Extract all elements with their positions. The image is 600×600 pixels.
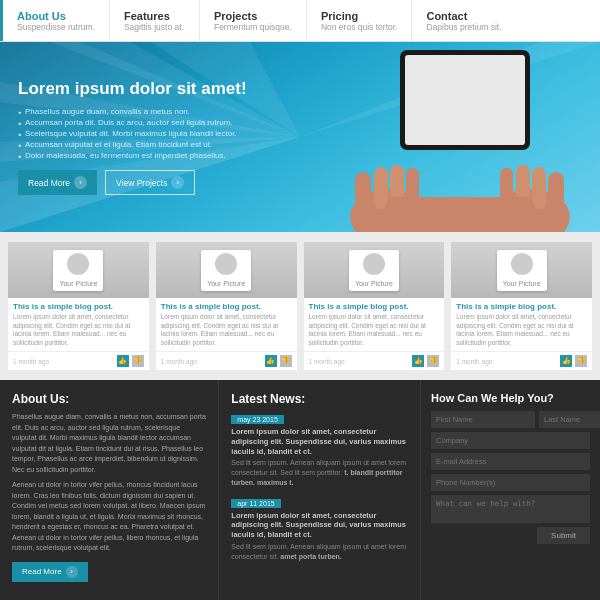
blog-text-3: Lorem ipsum dolor sit amet, consectetur … xyxy=(309,313,440,347)
thumbsdown-icon-3[interactable]: 👎 xyxy=(427,355,439,367)
nav-title-about: About Us xyxy=(17,10,95,22)
blog-card-4: Your Picture This is a simple blog post.… xyxy=(451,242,592,370)
blog-section: Your Picture This is a simple blog post.… xyxy=(0,232,600,380)
submit-button[interactable]: Submit xyxy=(537,527,590,544)
hero-list-item-3: ●Scelerisque vulputat dit. Morbi maximus… xyxy=(18,129,247,138)
footer-read-more-button[interactable]: Read More › xyxy=(12,562,88,582)
svg-rect-19 xyxy=(548,172,564,212)
blog-date-2: 1 month ago xyxy=(161,358,197,365)
thumbsup-icon-3[interactable]: 👍 xyxy=(412,355,424,367)
hero-section: Lorem ipsum dolor sit amet! ●Phasellus a… xyxy=(0,42,600,232)
read-more-button[interactable]: Read More › xyxy=(18,170,97,195)
hero-list-item-2: ●Accumsan porta dit. Duis ac arcu, aucto… xyxy=(18,118,247,127)
blog-card-2: Your Picture This is a simple blog post.… xyxy=(156,242,297,370)
blog-image-4: Your Picture xyxy=(451,242,592,298)
nav-title-pricing: Pricing xyxy=(321,10,398,22)
tablet-illustration xyxy=(330,42,590,232)
news-title-1[interactable]: Lorem ipsum dolor sit amet, consectetur … xyxy=(231,427,408,456)
footer-news: Latest News: may 23 2015 Lorem ipsum dol… xyxy=(219,380,421,600)
nav-item-pricing[interactable]: Pricing Non eros quis tortor. xyxy=(307,0,413,41)
thumbsup-icon-1[interactable]: 👍 xyxy=(117,355,129,367)
blog-text-2: Lorem ipsum dolor sit amet, consectetur … xyxy=(161,313,292,347)
read-more-icon: › xyxy=(74,176,87,189)
blog-text-1: Lorem ipsum dolor sit amet, consectetur … xyxy=(13,313,144,347)
footer-read-more-icon: › xyxy=(66,566,78,578)
nav-sub-contact: Dapibus pretium sit. xyxy=(426,22,501,32)
news-item-2: apr 11 2015 Lorem ipsum dolor sit amet, … xyxy=(231,497,408,562)
svg-rect-20 xyxy=(385,197,535,232)
news-date-badge-1: may 23 2015 xyxy=(231,415,283,424)
nav-title-contact: Contact xyxy=(426,10,501,22)
news-item-1: may 23 2015 Lorem ipsum dolor sit amet, … xyxy=(231,413,408,488)
blog-title-1[interactable]: This is a simple blog post. xyxy=(13,302,144,311)
hero-list-item-5: ●Dolor malesuada, eu fermentum est imper… xyxy=(18,151,247,160)
hero-title: Lorem ipsum dolor sit amet! xyxy=(18,79,247,99)
blog-image-1: Your Picture xyxy=(8,242,149,298)
first-name-input[interactable] xyxy=(431,411,535,428)
hero-list-item-1: ●Phasellus augue duam, convallis a metus… xyxy=(18,107,247,116)
nav-item-projects[interactable]: Projects Fermentum quisque. xyxy=(200,0,307,41)
blog-picture-label-3: Your Picture xyxy=(355,280,393,287)
hero-list: ●Phasellus augue duam, convallis a metus… xyxy=(18,107,247,160)
nav-item-contact[interactable]: Contact Dapibus pretium sit. xyxy=(412,0,515,41)
view-projects-button[interactable]: View Projects › xyxy=(105,170,195,195)
thumbsup-icon-4[interactable]: 👍 xyxy=(560,355,572,367)
hero-list-item-4: ●Accumsan vulputat et et ligula. Etiam t… xyxy=(18,140,247,149)
hero-buttons: Read More › View Projects › xyxy=(18,170,247,195)
blog-picture-label-2: Your Picture xyxy=(207,280,245,287)
company-input[interactable] xyxy=(431,432,590,449)
svg-rect-13 xyxy=(374,167,388,209)
nav-title-features: Features xyxy=(124,10,185,22)
blog-picture-label-1: Your Picture xyxy=(59,280,97,287)
nav-sub-about: Suspendisse rutrum. xyxy=(17,22,95,32)
phone-input[interactable] xyxy=(431,474,590,491)
footer-help-heading: How Can We Help You? xyxy=(431,392,590,404)
help-textarea[interactable] xyxy=(431,495,590,523)
blog-text-4: Lorem ipsum dolor sit amet, consectetur … xyxy=(456,313,587,347)
hero-content: Lorem ipsum dolor sit amet! ●Phasellus a… xyxy=(0,65,265,209)
news-text-1: Sed lit sem ipsum. Aenean aliquam ipsum … xyxy=(231,458,408,487)
thumbsdown-icon-2[interactable]: 👎 xyxy=(280,355,292,367)
blog-image-2: Your Picture xyxy=(156,242,297,298)
blog-date-1: 1 month ago xyxy=(13,358,49,365)
blog-title-3[interactable]: This is a simple blog post. xyxy=(309,302,440,311)
blog-card-1: Your Picture This is a simple blog post.… xyxy=(8,242,149,370)
footer-news-heading: Latest News: xyxy=(231,392,408,406)
last-name-input[interactable] xyxy=(539,411,600,428)
email-input[interactable] xyxy=(431,453,590,470)
footer-about-para2: Aenean ut dolor in tortor vifer pellus, … xyxy=(12,480,206,554)
nav-sub-projects: Fermentum quisque. xyxy=(214,22,292,32)
nav-item-about[interactable]: About Us Suspendisse rutrum. xyxy=(0,0,110,41)
nav-sub-pricing: Non eros quis tortor. xyxy=(321,22,398,32)
thumbsdown-icon-4[interactable]: 👎 xyxy=(575,355,587,367)
navigation: About Us Suspendisse rutrum. Features Sa… xyxy=(0,0,600,42)
nav-item-features[interactable]: Features Sagittis justo at. xyxy=(110,0,200,41)
blog-date-4: 1 month ago xyxy=(456,358,492,365)
svg-rect-9 xyxy=(405,55,525,145)
svg-rect-18 xyxy=(532,167,546,209)
view-projects-icon: › xyxy=(171,176,184,189)
blog-title-2[interactable]: This is a simple blog post. xyxy=(161,302,292,311)
blog-image-3: Your Picture xyxy=(304,242,445,298)
news-text-2: Sed lit sem ipsum. Aenean aliquam ipsum … xyxy=(231,542,408,562)
news-date-badge-2: apr 11 2015 xyxy=(231,499,280,508)
footer-section: About Us: Phasellus augue diam, convalli… xyxy=(0,380,600,600)
news-title-2[interactable]: Lorem ipsum dolor sit amet, consectetur … xyxy=(231,511,408,540)
nav-sub-features: Sagittis justo at. xyxy=(124,22,185,32)
blog-card-3: Your Picture This is a simple blog post.… xyxy=(304,242,445,370)
svg-rect-12 xyxy=(355,172,371,212)
thumbsup-icon-2[interactable]: 👍 xyxy=(265,355,277,367)
blog-date-3: 1 month ago xyxy=(309,358,345,365)
blog-title-4[interactable]: This is a simple blog post. xyxy=(456,302,587,311)
footer-about-heading: About Us: xyxy=(12,392,206,406)
footer-help: How Can We Help You? Submit xyxy=(421,380,600,600)
nav-title-projects: Projects xyxy=(214,10,292,22)
thumbsdown-icon-1[interactable]: 👎 xyxy=(132,355,144,367)
blog-picture-label-4: Your Picture xyxy=(503,280,541,287)
hero-tablet-image xyxy=(320,42,600,232)
footer-about-para1: Phasellus augue diam, convallis a metus … xyxy=(12,412,206,475)
footer-about: About Us: Phasellus augue diam, convalli… xyxy=(0,380,219,600)
